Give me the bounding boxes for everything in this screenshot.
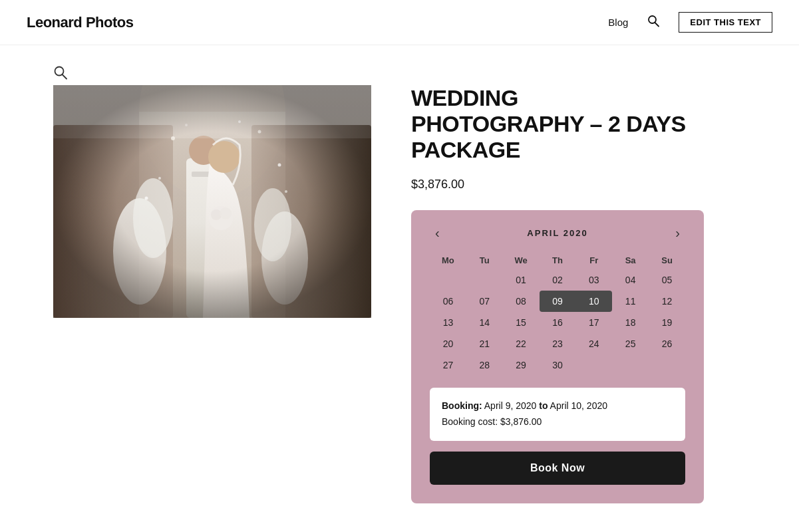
- calendar-header: ‹ APRIL 2020 ›: [430, 226, 685, 239]
- edit-text-button[interactable]: EDIT THIS TEXT: [679, 12, 772, 33]
- weekday-su: Su: [649, 251, 685, 269]
- calendar-day: [649, 354, 685, 376]
- calendar-day[interactable]: 12: [649, 291, 685, 312]
- calendar-day[interactable]: 23: [540, 333, 576, 354]
- calendar-day[interactable]: 27: [430, 354, 466, 376]
- calendar-day[interactable]: 09: [540, 291, 576, 312]
- calendar-row: 13141516171819: [430, 312, 685, 333]
- calendar-day[interactable]: 25: [612, 333, 649, 354]
- book-now-button[interactable]: Book Now: [430, 452, 685, 485]
- header: Leonard Photos Blog EDIT THIS TEXT: [0, 0, 799, 45]
- svg-line-3: [63, 74, 67, 79]
- calendar-day[interactable]: 22: [503, 333, 540, 354]
- calendar-body: 0102030405060708091011121314151617181920…: [430, 269, 685, 376]
- calendar-day[interactable]: 03: [575, 269, 612, 291]
- product-title: WEDDING PHOTOGRAPHY – 2 DAYS PACKAGE: [411, 85, 691, 163]
- calendar-day[interactable]: 11: [612, 291, 649, 312]
- blog-link[interactable]: Blog: [608, 17, 628, 28]
- calendar-row: 0102030405: [430, 269, 685, 291]
- product-details: WEDDING PHOTOGRAPHY – 2 DAYS PACKAGE $3,…: [411, 85, 759, 503]
- calendar-day[interactable]: 13: [430, 312, 466, 333]
- site-logo: Leonard Photos: [27, 14, 133, 31]
- calendar-day[interactable]: 30: [540, 354, 576, 376]
- calendar-day: [466, 269, 503, 291]
- calendar-day[interactable]: 10: [575, 291, 612, 312]
- weekday-sa: Sa: [612, 251, 649, 269]
- calendar-day[interactable]: 18: [612, 312, 649, 333]
- calendar-month-year: APRIL 2020: [527, 228, 587, 238]
- weekday-fr: Fr: [575, 251, 612, 269]
- weekday-th: Th: [540, 251, 576, 269]
- booking-label: Booking:: [442, 400, 482, 411]
- calendar-day: [575, 354, 612, 376]
- calendar-day[interactable]: 04: [612, 269, 649, 291]
- calendar-day: [430, 269, 466, 291]
- calendar-day[interactable]: 14: [466, 312, 503, 333]
- calendar-day[interactable]: 21: [466, 333, 503, 354]
- calendar-day[interactable]: 01: [503, 269, 540, 291]
- calendar-day[interactable]: 17: [575, 312, 612, 333]
- weekday-tu: Tu: [466, 251, 503, 269]
- booking-dates-line: Booking: April 9, 2020 to April 10, 2020: [442, 398, 673, 414]
- calendar-weekdays: Mo Tu We Th Fr Sa Su: [430, 251, 685, 269]
- image-zoom-icon[interactable]: [53, 65, 68, 83]
- calendar-day[interactable]: 19: [649, 312, 685, 333]
- calendar-day[interactable]: 20: [430, 333, 466, 354]
- calendar-day[interactable]: 06: [430, 291, 466, 312]
- calendar-day[interactable]: 07: [466, 291, 503, 312]
- search-icon[interactable]: [647, 14, 660, 31]
- calendar-section: ‹ APRIL 2020 › Mo Tu We Th Fr Sa Su: [411, 210, 704, 503]
- calendar-row: 27282930: [430, 354, 685, 376]
- header-nav: Blog EDIT THIS TEXT: [608, 12, 772, 33]
- calendar-grid: Mo Tu We Th Fr Sa Su 0102030405060708091…: [430, 251, 685, 376]
- calendar-row: 06070809101112: [430, 291, 685, 312]
- product-price: $3,876.00: [411, 178, 759, 192]
- calendar-day[interactable]: 05: [649, 269, 685, 291]
- svg-line-1: [655, 23, 659, 27]
- calendar-day[interactable]: 28: [466, 354, 503, 376]
- svg-rect-29: [53, 85, 371, 318]
- calendar-next-button[interactable]: ›: [670, 226, 685, 239]
- product-image: [53, 85, 371, 318]
- booking-info-box: Booking: April 9, 2020 to April 10, 2020…: [430, 388, 685, 441]
- booking-cost-line: Booking cost: $3,876.00: [442, 414, 673, 430]
- weekday-mo: Mo: [430, 251, 466, 269]
- image-section: [53, 85, 371, 318]
- calendar-day[interactable]: 15: [503, 312, 540, 333]
- calendar-day[interactable]: 29: [503, 354, 540, 376]
- main-content: WEDDING PHOTOGRAPHY – 2 DAYS PACKAGE $3,…: [0, 45, 799, 532]
- calendar-day[interactable]: 16: [540, 312, 576, 333]
- weekday-we: We: [503, 251, 540, 269]
- calendar-day[interactable]: 24: [575, 333, 612, 354]
- calendar-row: 20212223242526: [430, 333, 685, 354]
- calendar-day[interactable]: 26: [649, 333, 685, 354]
- calendar-day[interactable]: 08: [503, 291, 540, 312]
- calendar-prev-button[interactable]: ‹: [430, 226, 445, 239]
- calendar-day[interactable]: 02: [540, 269, 576, 291]
- calendar-day: [612, 354, 649, 376]
